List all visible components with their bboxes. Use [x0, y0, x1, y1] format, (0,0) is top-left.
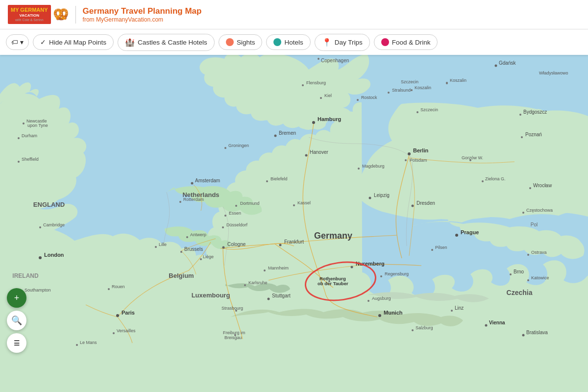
header: MY GERMANY VACATION with Cole & Serinn 🥨… [0, 0, 588, 29]
svg-point-101 [76, 344, 78, 346]
page-title: Germany Travel Planning Map [83, 6, 202, 16]
header-title: Germany Travel Planning Map from MyGerma… [83, 6, 202, 23]
svg-text:Linz: Linz [455, 305, 464, 311]
svg-text:Poznań: Poznań [525, 132, 542, 137]
svg-point-61 [388, 92, 390, 94]
svg-text:Versailles: Versailles [117, 328, 136, 333]
svg-point-38 [293, 204, 295, 206]
svg-point-10 [408, 152, 411, 155]
svg-point-137 [412, 329, 414, 331]
svg-text:Liège: Liège [203, 254, 214, 259]
svg-point-55 [302, 84, 304, 86]
svg-text:upon Tyne: upon Tyne [27, 123, 48, 128]
checkmark-icon: ✓ [40, 38, 46, 46]
svg-text:Antwerp: Antwerp [190, 232, 206, 237]
svg-text:Karlsruhe: Karlsruhe [248, 280, 268, 285]
daytrips-button[interactable]: 📍 Day Trips [315, 34, 370, 51]
hotels-button[interactable]: Hotels [266, 34, 310, 50]
food-button[interactable]: Food & Drink [374, 34, 438, 50]
svg-point-70 [179, 201, 181, 203]
svg-point-36 [224, 215, 226, 217]
svg-point-119 [521, 136, 523, 138]
svg-point-125 [529, 187, 531, 189]
svg-text:Bydgoszcz: Bydgoszcz [523, 109, 547, 115]
svg-text:Munich: Munich [384, 310, 403, 316]
svg-point-109 [495, 65, 497, 67]
sights-label: Sights [237, 39, 255, 46]
svg-point-26 [378, 314, 381, 317]
logo-sub: with Cole & Serinn [11, 18, 48, 22]
svg-text:Katowice: Katowice [531, 275, 549, 280]
svg-text:Rouen: Rouen [112, 284, 125, 289]
svg-point-51 [380, 275, 382, 277]
sights-button[interactable]: Sights [219, 34, 263, 50]
svg-text:Breisgau: Breisgau [224, 335, 242, 340]
tag-arrow: ▾ [20, 38, 24, 46]
svg-text:Dortmund: Dortmund [240, 201, 260, 206]
svg-text:Düsseldorf: Düsseldorf [226, 222, 248, 227]
svg-text:Cologne: Cologne [227, 242, 246, 247]
svg-point-14 [305, 154, 308, 157]
svg-point-78 [155, 246, 157, 248]
svg-text:Magdeburg: Magdeburg [362, 164, 385, 169]
svg-point-139 [522, 334, 525, 337]
daytrips-label: Day Trips [335, 39, 363, 46]
map-controls: + 🔍 ☰ [7, 288, 26, 353]
svg-text:IRELAND: IRELAND [12, 272, 39, 279]
logo-line2: VACATION [11, 13, 48, 18]
svg-point-127 [522, 212, 524, 214]
castles-label: Castles & Castle Hotels [138, 39, 207, 46]
svg-text:Szczecin: Szczecin [401, 79, 418, 84]
svg-text:Le Mans: Le Mans [80, 340, 97, 345]
svg-point-8 [312, 121, 315, 124]
svg-point-117 [519, 114, 521, 116]
svg-text:Brno: Brno [514, 269, 524, 274]
svg-text:Stralsund: Stralsund [392, 88, 411, 93]
svg-text:Paris: Paris [122, 310, 135, 316]
svg-point-95 [108, 288, 110, 290]
svg-text:Flensburg: Flensburg [306, 80, 326, 85]
location-button[interactable]: + [7, 288, 26, 308]
svg-text:Stuttgart: Stuttgart [272, 293, 291, 298]
svg-point-28 [268, 298, 270, 300]
svg-text:ENGLAND: ENGLAND [33, 201, 65, 208]
logo-area: MY GERMANY VACATION with Cole & Serinn 🥨 [8, 5, 69, 24]
svg-text:Cambridge: Cambridge [43, 222, 65, 227]
svg-text:Ostrava: Ostrava [531, 250, 547, 255]
svg-text:Berlin: Berlin [413, 147, 428, 153]
hotels-dot [273, 38, 281, 46]
svg-text:London: London [44, 252, 64, 258]
svg-point-115 [416, 111, 418, 113]
svg-point-105 [431, 249, 433, 251]
svg-point-99 [113, 332, 115, 334]
svg-text:Salzburg: Salzburg [416, 325, 433, 330]
svg-point-16 [274, 135, 277, 137]
svg-text:Sheffield: Sheffield [22, 157, 39, 162]
castles-button[interactable]: 🏰 Castles & Castle Hotels [118, 34, 215, 51]
map-svg: ENGLAND Netherlands Belgium Luxembourg G… [0, 55, 588, 392]
svg-point-68 [191, 182, 194, 185]
svg-text:Augsburg: Augsburg [372, 296, 391, 301]
svg-text:Gdańsk: Gdańsk [499, 60, 516, 66]
svg-point-129 [527, 254, 529, 256]
svg-text:Frankfurt: Frankfurt [284, 239, 304, 245]
svg-text:Bielefeld: Bielefeld [270, 176, 288, 181]
tag-dropdown-button[interactable]: 🏷 ▾ [6, 34, 29, 50]
svg-text:Gorzów W.: Gorzów W. [462, 155, 483, 160]
hide-all-button[interactable]: ✓ Hide All Map Points [33, 34, 114, 50]
svg-text:Koszalin: Koszalin [450, 78, 466, 83]
svg-point-135 [485, 324, 488, 327]
map-container[interactable]: ENGLAND Netherlands Belgium Luxembourg G… [0, 55, 588, 392]
svg-text:Pilsen: Pilsen [435, 245, 447, 250]
search-button[interactable]: 🔍 [7, 311, 26, 330]
layers-button[interactable]: ☰ [7, 333, 26, 353]
svg-text:Rostock: Rostock [361, 95, 377, 100]
svg-text:Lille: Lille [159, 242, 167, 247]
svg-text:Vienna: Vienna [489, 320, 505, 325]
svg-text:Regensburg: Regensburg [385, 271, 409, 276]
svg-point-44 [264, 270, 266, 271]
svg-point-87 [18, 161, 20, 163]
svg-text:Durham: Durham [22, 133, 37, 138]
svg-text:Brussels: Brussels [184, 246, 203, 252]
svg-text:Amsterdam: Amsterdam [195, 178, 220, 183]
